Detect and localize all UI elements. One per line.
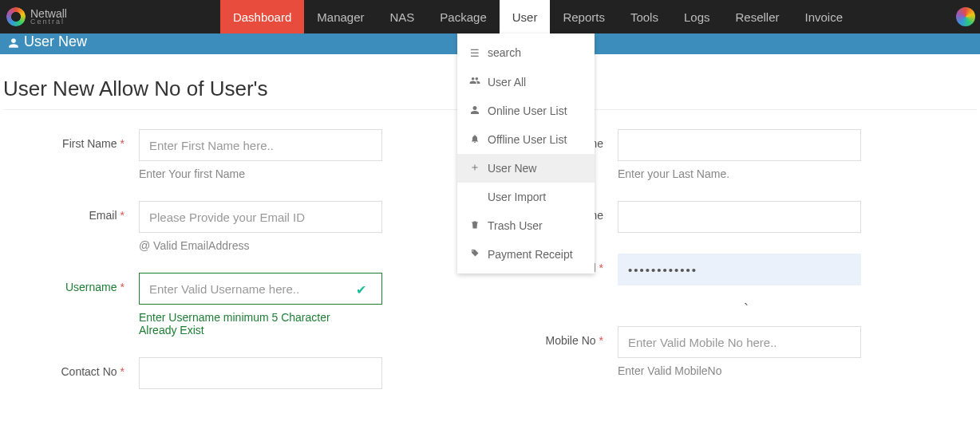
nav-reports[interactable]: Reports	[550, 0, 618, 33]
mobile-input[interactable]	[618, 326, 861, 358]
label-first-name-text: First Name	[62, 137, 117, 150]
dd-user-import-label: User Import	[488, 191, 546, 203]
dd-offline[interactable]: Offline User List	[457, 125, 595, 154]
trash-icon	[468, 220, 481, 232]
dd-search-label: search	[488, 46, 521, 59]
first-name-input[interactable]	[139, 129, 382, 161]
company-input[interactable]	[618, 201, 861, 233]
nav-dashboard[interactable]: Dashboard	[220, 0, 304, 33]
help-username: Enter Username minimum 5 Character Alrea…	[139, 311, 362, 336]
dd-payment[interactable]: Payment Receipt	[457, 240, 595, 269]
dd-user-import[interactable]: User Import	[457, 183, 595, 211]
list-icon: ☰	[468, 47, 481, 59]
label-email: Email*	[3, 201, 139, 222]
user-icon	[468, 105, 481, 117]
brand-logo-icon	[6, 7, 26, 26]
row-first-name: First Name* Enter Your first Name	[3, 129, 466, 180]
row-username: Username* ✔ Enter Username minimum 5 Cha…	[3, 273, 466, 336]
nav-user[interactable]: User	[500, 0, 551, 33]
form-left-column: First Name* Enter Your first Name Email*…	[3, 129, 466, 410]
top-right	[956, 0, 980, 33]
user-icon	[8, 37, 19, 51]
nav-manager[interactable]: Manager	[304, 0, 377, 33]
row-mobile: Mobile No* Enter Valid MobileNo	[482, 326, 945, 377]
label-mobile-text: Mobile No	[546, 334, 596, 347]
bell-icon	[468, 134, 481, 146]
required-icon: *	[121, 365, 124, 378]
dd-user-all-label: User All	[488, 76, 526, 89]
page-bar-title: User New	[24, 33, 87, 50]
username-input[interactable]	[139, 273, 382, 305]
top-nav: Netwall Central Dashboard Manager NAS Pa…	[0, 0, 980, 33]
label-username-text: Username	[65, 281, 117, 293]
plus-icon	[468, 163, 481, 175]
nav-package[interactable]: Package	[427, 0, 499, 33]
user-avatar-icon[interactable]	[956, 7, 975, 26]
required-icon: *	[121, 281, 124, 293]
required-icon: *	[121, 137, 124, 150]
label-email-text: Email	[89, 209, 117, 222]
brand-line2: Central	[30, 18, 67, 26]
dd-online[interactable]: Online User List	[457, 96, 595, 125]
help-first-name: Enter Your first Name	[139, 167, 466, 180]
label-mobile: Mobile No*	[482, 326, 618, 347]
email-input[interactable]	[139, 201, 382, 233]
row-contact: Contact No*	[3, 357, 466, 389]
nav-invoice[interactable]: Invoice	[792, 0, 856, 33]
dd-user-new[interactable]: User New	[457, 154, 595, 183]
contact-input[interactable]	[139, 357, 382, 389]
dd-user-all[interactable]: User All	[457, 67, 595, 96]
nav-reseller[interactable]: Reseller	[722, 0, 792, 33]
last-name-input[interactable]	[618, 129, 861, 161]
nav-logs[interactable]: Logs	[671, 0, 723, 33]
label-contact: Contact No*	[3, 357, 139, 378]
label-username: Username*	[3, 273, 139, 293]
label-first-name: First Name*	[3, 129, 139, 150]
dd-user-new-label: User New	[488, 162, 536, 175]
dd-trash-label: Trash User	[488, 219, 543, 232]
required-icon: *	[599, 262, 603, 274]
dd-search[interactable]: ☰ search	[457, 38, 595, 67]
row-email: Email* @ Valid EmailAddress	[3, 201, 466, 252]
check-icon: ✔	[356, 282, 366, 297]
stray-backtick: `	[744, 301, 945, 318]
dd-offline-label: Offline User List	[488, 133, 567, 146]
help-email: @ Valid EmailAddress	[139, 239, 466, 252]
tag-icon	[468, 249, 481, 261]
required-icon: *	[599, 334, 603, 347]
dd-online-label: Online User List	[488, 104, 567, 117]
user-dropdown: ☰ search User All Online User List Offli…	[457, 33, 595, 273]
main-nav: Dashboard Manager NAS Package User Repor…	[220, 0, 856, 33]
brand-text: Netwall Central	[30, 8, 67, 26]
nav-nas[interactable]: NAS	[377, 0, 428, 33]
help-mobile: Enter Valid MobileNo	[618, 364, 945, 377]
label-contact-text: Contact No	[61, 365, 117, 378]
brand[interactable]: Netwall Central	[0, 0, 77, 33]
nav-tools[interactable]: Tools	[618, 0, 671, 33]
required-icon: *	[121, 209, 124, 222]
dd-trash[interactable]: Trash User	[457, 211, 595, 240]
help-last-name: Enter your Last Name.	[618, 167, 945, 180]
password-input[interactable]	[618, 254, 861, 285]
users-icon	[468, 75, 481, 89]
dd-payment-label: Payment Receipt	[488, 248, 573, 261]
